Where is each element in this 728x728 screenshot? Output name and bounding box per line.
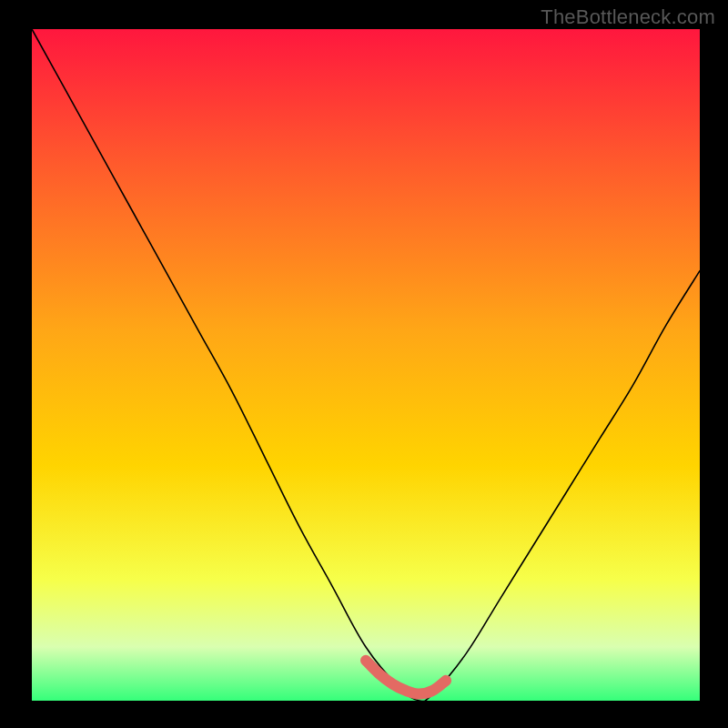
plot-background <box>32 29 700 701</box>
chart-container: TheBottleneck.com <box>0 0 728 728</box>
watermark-text: TheBottleneck.com <box>541 5 715 29</box>
v-curve-chart <box>0 0 728 728</box>
